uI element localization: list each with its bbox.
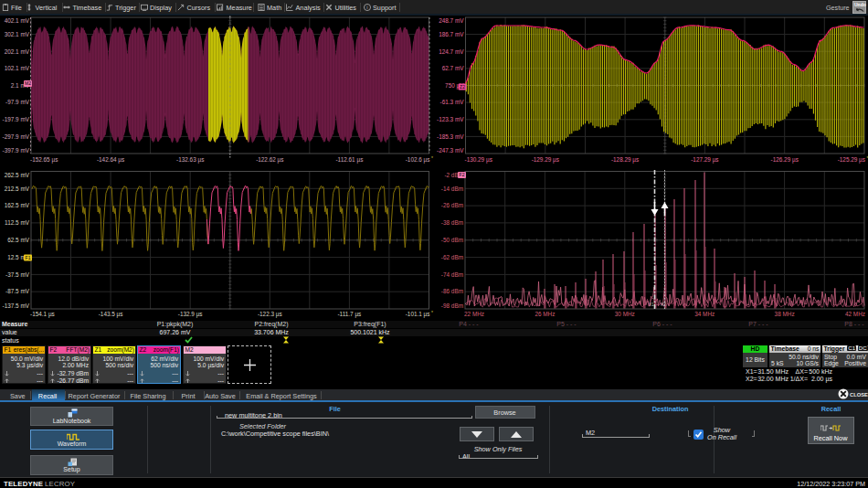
- svg-text:38 MHz: 38 MHz: [775, 311, 795, 317]
- svg-text:22 MHz: 22 MHz: [464, 311, 484, 317]
- svg-text:i: i: [366, 5, 367, 10]
- svg-text:-102.6 µs: -102.6 µs: [406, 156, 430, 164]
- svg-text:-62 dBm: -62 dBm: [441, 254, 463, 260]
- svg-text:Z2: Z2: [460, 84, 465, 90]
- svg-text:-61.3 mV: -61.3 mV: [440, 99, 465, 105]
- svg-text:-197.9 mV: -197.9 mV: [3, 116, 30, 122]
- svg-text:F2: F2: [460, 172, 465, 177]
- svg-text:162.5 mV: 162.5 mV: [5, 202, 30, 208]
- svg-text:-123.3 mV: -123.3 mV: [437, 116, 464, 122]
- svg-text:-126.29 µs: -126.29 µs: [771, 156, 799, 164]
- svg-text:-132.9 µs: -132.9 µs: [178, 311, 203, 318]
- svg-text:-137.5 mV: -137.5 mV: [3, 302, 30, 309]
- svg-text:*: *: [431, 155, 433, 161]
- svg-text:-14 dBm: -14 dBm: [441, 186, 463, 192]
- svg-text:-97.9 mV: -97.9 mV: [5, 99, 30, 105]
- svg-text:186.7 mV: 186.7 mV: [439, 31, 464, 37]
- svg-text:-111.7 µs: -111.7 µs: [337, 311, 361, 318]
- svg-text:-50 dBm: -50 dBm: [441, 237, 463, 243]
- svg-text:-397.9 mV: -397.9 mV: [3, 147, 30, 154]
- svg-text:102.1 mV: 102.1 mV: [5, 65, 30, 71]
- svg-text:402.1 mV: 402.1 mV: [5, 17, 30, 24]
- svg-text:112.5 mV: 112.5 mV: [5, 219, 30, 226]
- svg-text:-98 dBm: -98 dBm: [441, 302, 463, 309]
- svg-text:-152.65 µs: -152.65 µs: [30, 156, 58, 164]
- svg-text:42 MHz: 42 MHz: [845, 311, 865, 317]
- svg-text:-125.29 µs: -125.29 µs: [838, 156, 865, 164]
- svg-text:-37.5 mV: -37.5 mV: [5, 271, 30, 278]
- svg-text:-101.1 µs: -101.1 µs: [406, 311, 430, 318]
- svg-text:-297.9 mV: -297.9 mV: [3, 133, 30, 140]
- svg-text:X2: X2: [661, 302, 666, 307]
- svg-text:-127.29 µs: -127.29 µs: [691, 156, 718, 164]
- svg-text:-128.29 µs: -128.29 µs: [611, 156, 639, 164]
- svg-text:262.5 mV: 262.5 mV: [5, 172, 30, 178]
- svg-text:F1: F1: [26, 255, 31, 260]
- svg-text:-122.62 µs: -122.62 µs: [256, 156, 283, 164]
- svg-text:62.7 mV: 62.7 mV: [442, 65, 465, 71]
- svg-text:124.7 mV: 124.7 mV: [439, 48, 464, 55]
- svg-text:M2: M2: [25, 80, 31, 86]
- svg-text:-112.61 µs: -112.61 µs: [335, 156, 363, 164]
- svg-text:X1: X1: [649, 302, 654, 307]
- svg-text:62.5 mV: 62.5 mV: [7, 237, 30, 243]
- svg-text:-130.29 µs: -130.29 µs: [465, 156, 492, 164]
- svg-text:-86 dBm: -86 dBm: [441, 288, 463, 294]
- svg-text:-132.63 µs: -132.63 µs: [176, 156, 204, 164]
- svg-text:302.1 mV: 302.1 mV: [5, 31, 30, 37]
- svg-text:26 MHz: 26 MHz: [535, 311, 555, 317]
- svg-text:-74 dBm: -74 dBm: [441, 271, 463, 278]
- svg-text:202.1 mV: 202.1 mV: [5, 48, 30, 55]
- svg-text:-26 dBm: -26 dBm: [441, 202, 463, 208]
- svg-text:-122.3 µs: -122.3 µs: [258, 311, 282, 318]
- svg-text:-87.5 mV: -87.5 mV: [5, 288, 30, 294]
- svg-text:-129.29 µs: -129.29 µs: [532, 156, 559, 164]
- svg-text:-154.1 µs: -154.1 µs: [30, 311, 55, 318]
- svg-text:-142.64 µs: -142.64 µs: [97, 156, 124, 164]
- svg-text:34 MHz: 34 MHz: [694, 311, 715, 317]
- svg-text:212.5 mV: 212.5 mV: [5, 186, 30, 192]
- svg-text:*: *: [431, 310, 433, 315]
- svg-text:248.7 mV: 248.7 mV: [439, 17, 464, 24]
- svg-text:-185.3 mV: -185.3 mV: [437, 133, 464, 140]
- svg-text:-247.3 mV: -247.3 mV: [437, 147, 464, 154]
- svg-text:-38 dBm: -38 dBm: [441, 219, 463, 226]
- svg-text:-143.5 µs: -143.5 µs: [99, 311, 123, 318]
- svg-text:30 MHz: 30 MHz: [615, 311, 635, 317]
